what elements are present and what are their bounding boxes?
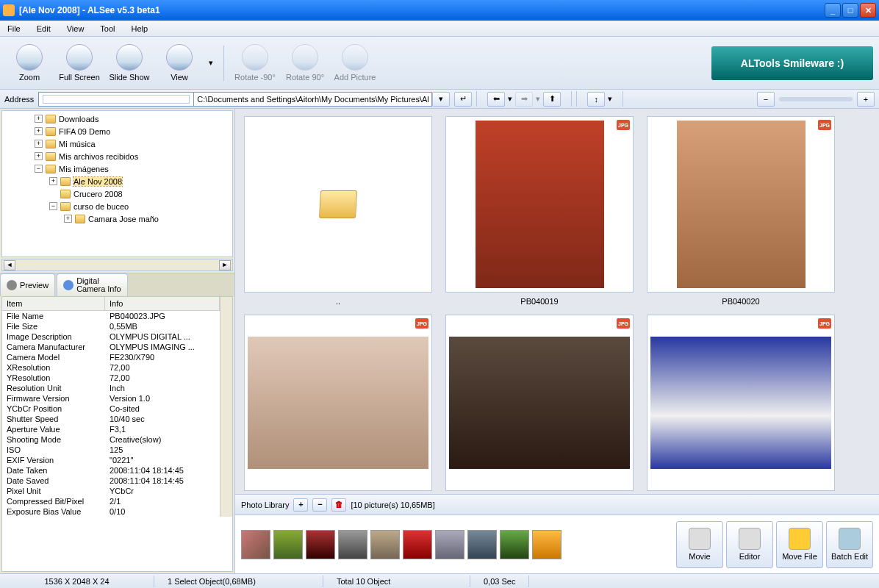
info-value: Version 1.0 [105, 393, 220, 404]
expand-icon[interactable]: + [35, 127, 43, 135]
info-value: OLYMPUS IMAGING ... [105, 342, 220, 352]
address-dropdown-button[interactable]: ▾ [432, 92, 450, 107]
up-button[interactable]: ⬆ [543, 92, 561, 107]
add-picture-button[interactable]: Add Picture [331, 40, 378, 86]
menu-help[interactable]: Help [129, 23, 151, 35]
minimize-button[interactable]: _ [825, 3, 841, 18]
col-item[interactable]: Item [2, 297, 105, 310]
tree-label: Ale Nov 2008 [73, 177, 122, 186]
tree-node[interactable]: −curso de buceo [2, 200, 232, 212]
scroll-right-icon[interactable]: ► [219, 260, 231, 270]
close-button[interactable]: ✕ [860, 3, 876, 18]
menu-view[interactable]: View [64, 23, 87, 35]
info-row: File NamePB040023.JPG [2, 311, 220, 321]
scroll-left-icon[interactable]: ◄ [4, 260, 15, 270]
tree-node[interactable]: +Downloads [2, 112, 232, 125]
tree-node[interactable]: +Ale Nov 2008 [2, 175, 232, 187]
tree-label: Crucero 2008 [73, 190, 123, 198]
info-row: ISO125 [2, 445, 220, 455]
tab-camera-info[interactable]: Digital Camera Info [57, 273, 128, 296]
thumbnail[interactable]: JPG [244, 315, 432, 494]
thumbnail[interactable]: JPGPB040019 [445, 116, 634, 306]
rotate-right-button[interactable]: Rotate 90° [281, 40, 329, 86]
editor-button[interactable]: Editor [726, 521, 773, 568]
tree-node[interactable]: +Camara Jose maño [2, 212, 232, 225]
lib-thumb[interactable] [467, 530, 497, 559]
movie-button[interactable]: Movie [676, 521, 723, 568]
menu-tool[interactable]: Tool [97, 23, 118, 35]
info-value: Co-sited [105, 404, 220, 414]
move-file-button[interactable]: Move File [776, 521, 823, 568]
thumbnail-grid[interactable]: ..JPGPB040019JPGPB040020JPGJPGJPG [235, 109, 879, 494]
zoom-slider[interactable] [779, 97, 853, 101]
info-value: 2008:11:04 18:14:45 [105, 465, 220, 476]
thumbnail[interactable]: JPG [445, 315, 634, 494]
expand-icon[interactable]: + [35, 152, 43, 160]
lib-thumb[interactable] [532, 530, 562, 559]
thumb-label: .. [336, 297, 340, 306]
tree-node[interactable]: +FIFA 09 Demo [2, 125, 232, 137]
rotate-left-button[interactable]: Rotate -90° [232, 40, 279, 86]
maximize-button[interactable]: □ [842, 3, 858, 18]
col-info[interactable]: Info [105, 297, 220, 310]
lib-thumb[interactable] [241, 530, 270, 559]
thumbnail[interactable]: JPG [647, 315, 835, 494]
tree-node[interactable]: +Mis archivos recibidos [2, 150, 232, 162]
lib-thumb[interactable] [435, 530, 464, 559]
lib-thumb[interactable] [338, 530, 367, 559]
branding-banner[interactable]: ALTools Smileware :) [711, 46, 873, 80]
info-scrollbar[interactable] [220, 297, 232, 517]
lib-thumb[interactable] [370, 530, 400, 559]
thumbnail[interactable]: JPGPB040020 [647, 116, 835, 306]
tab-preview[interactable]: Preview [0, 273, 55, 296]
lib-delete-button[interactable]: 🗑 [331, 498, 346, 512]
info-key: YResolution [2, 373, 105, 383]
slideshow-button[interactable]: Slide Show [106, 40, 153, 86]
tree-node[interactable]: Crucero 2008 [2, 187, 232, 200]
thumbnail[interactable]: .. [244, 116, 432, 306]
info-row: Camera ManufacturerOLYMPUS IMAGING ... [2, 342, 220, 352]
lib-thumb[interactable] [500, 530, 529, 559]
info-key: YCbCr Position [2, 404, 105, 414]
address-input[interactable] [193, 92, 432, 107]
batch-edit-button[interactable]: Batch Edit [826, 521, 873, 568]
sort-button[interactable]: ↕ [587, 92, 605, 107]
zoom-out-button[interactable]: − [757, 92, 775, 107]
tree-hscroll[interactable]: ◄ ► [1, 259, 233, 271]
fullscreen-button[interactable]: Full Screen [56, 40, 103, 86]
library-strip: Movie Editor Move File Batch Edit [235, 514, 879, 573]
view-button[interactable]: View [156, 40, 203, 86]
lib-remove-button[interactable]: − [312, 498, 327, 512]
preview-icon [7, 280, 17, 290]
menu-file[interactable]: File [4, 23, 24, 35]
address-label: Address [4, 95, 34, 104]
go-button[interactable]: ↵ [454, 92, 472, 107]
expand-icon[interactable]: + [35, 115, 43, 123]
back-button[interactable]: ⬅ [487, 92, 505, 107]
slideshow-icon [116, 44, 143, 71]
expand-icon[interactable]: − [49, 202, 57, 210]
folder-icon [46, 165, 56, 173]
status-dimensions: 1536 X 2048 X 24 [0, 576, 154, 587]
expand-icon[interactable]: + [64, 215, 72, 223]
lib-thumb[interactable] [306, 530, 335, 559]
forward-button[interactable]: ➡ [515, 92, 533, 107]
lib-thumb[interactable] [403, 530, 432, 559]
statusbar: 1536 X 2048 X 24 1 Select Object(0,68MB)… [0, 573, 879, 588]
tree-node[interactable]: +Mi música [2, 137, 232, 150]
folder-tree[interactable]: +Downloads+FIFA 09 Demo+Mi música+Mis ar… [1, 110, 233, 257]
zoom-in-button[interactable]: + [857, 92, 875, 107]
folder-icon [43, 95, 190, 104]
library-label: Photo Library [241, 501, 289, 509]
folder-icon [46, 152, 56, 161]
photo-preview [476, 121, 604, 288]
expand-icon[interactable]: + [35, 140, 43, 148]
expand-icon[interactable]: + [49, 177, 57, 185]
expand-icon[interactable]: − [35, 165, 43, 173]
lib-add-button[interactable]: + [293, 498, 308, 512]
view-dropdown-icon[interactable]: ▾ [206, 55, 216, 71]
tree-node[interactable]: −Mis imágenes [2, 162, 232, 175]
menu-edit[interactable]: Edit [34, 23, 54, 35]
zoom-button[interactable]: Zoom [6, 40, 53, 86]
lib-thumb[interactable] [273, 530, 303, 559]
